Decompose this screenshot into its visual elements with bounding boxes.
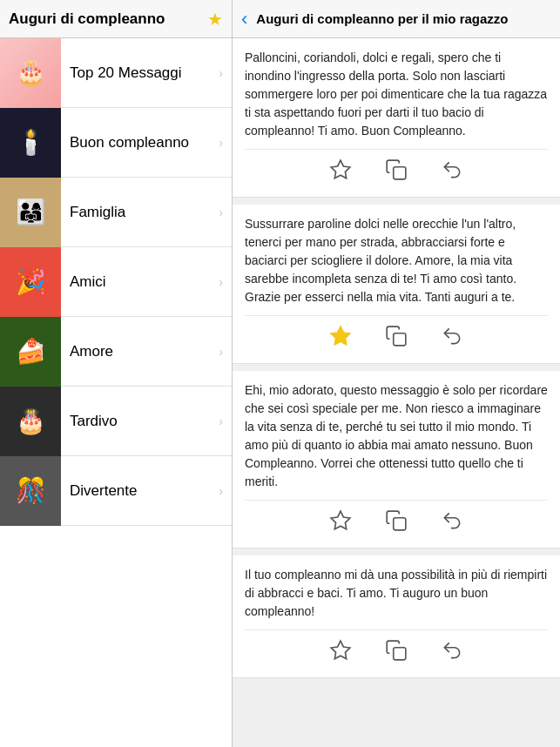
thumbnail-icon-amici: 🎉: [16, 267, 46, 296]
message-text-3: Ehi, mio adorato, questo messaggio è sol…: [245, 381, 548, 491]
share-button-4[interactable]: [437, 636, 467, 665]
copy-button-2[interactable]: [381, 321, 411, 351]
chevron-icon-tardivo: ›: [219, 414, 223, 428]
thumbnail-icon-tardivo: 🎂: [16, 407, 46, 435]
sidebar-thumb-amore: 🍰: [0, 317, 61, 387]
star-button-1[interactable]: [326, 155, 355, 185]
thumbnail-icon-famiglia: 👨‍👩‍👧: [16, 198, 46, 226]
thumbnail-icon-divertente: 🎊: [16, 476, 46, 505]
svg-rect-1: [394, 167, 406, 179]
sidebar-label-amore: Amore: [61, 343, 219, 360]
header-left: Auguri di compleanno ★: [0, 0, 233, 37]
message-actions-1: [245, 149, 548, 190]
header-right: ‹ Auguri di compleanno per il mio ragazz…: [233, 0, 560, 37]
copy-button-3[interactable]: [381, 506, 411, 535]
sidebar-item-amici[interactable]: 🎉Amici›: [0, 247, 232, 317]
back-button[interactable]: ‹: [241, 8, 247, 30]
star-button-4[interactable]: [326, 636, 355, 665]
sidebar-label-top20: Top 20 Messaggi: [61, 64, 219, 82]
app-header: Auguri di compleanno ★ ‹ Auguri di compl…: [0, 0, 560, 38]
message-actions-4: [245, 629, 548, 670]
chevron-icon-top20: ›: [219, 66, 223, 80]
header-star-icon: ★: [207, 9, 223, 30]
svg-rect-3: [394, 333, 406, 346]
chevron-icon-amore: ›: [219, 345, 223, 359]
message-actions-3: [245, 500, 548, 541]
message-card-2: Sussurrare paroline dolci nelle orecchie…: [233, 205, 560, 364]
sidebar-item-tardivo[interactable]: 🎂Tardivo›: [0, 387, 232, 456]
copy-button-1[interactable]: [381, 155, 411, 185]
sidebar-item-buon[interactable]: 🕯️Buon compleanno›: [0, 108, 232, 178]
main-layout: 🎂Top 20 Messaggi›🕯️Buon compleanno›👨‍👩‍👧…: [0, 38, 560, 747]
sidebar-item-divertente[interactable]: 🎊Divertente›: [0, 456, 232, 526]
sidebar-item-famiglia[interactable]: 👨‍👩‍👧Famiglia›: [0, 178, 232, 247]
thumbnail-icon-top20: 🎂: [16, 58, 46, 87]
share-button-2[interactable]: [437, 321, 467, 351]
sidebar-item-amore[interactable]: 🍰Amore›: [0, 317, 232, 387]
sidebar-label-tardivo: Tardivo: [61, 413, 219, 430]
chevron-icon-divertente: ›: [219, 484, 223, 498]
content-panel: Palloncini, coriandoli, dolci e regali, …: [233, 38, 560, 747]
sidebar-thumb-famiglia: 👨‍👩‍👧: [0, 178, 61, 247]
sidebar-label-famiglia: Famiglia: [61, 204, 219, 221]
sidebar-label-buon: Buon compleanno: [61, 134, 219, 151]
sidebar-thumb-amici: 🎉: [0, 247, 61, 317]
thumbnail-icon-buon: 🕯️: [16, 128, 46, 157]
star-button-3[interactable]: [326, 506, 355, 535]
sidebar: 🎂Top 20 Messaggi›🕯️Buon compleanno›👨‍👩‍👧…: [0, 38, 233, 747]
sidebar-label-divertente: Divertente: [61, 482, 219, 500]
chevron-icon-buon: ›: [219, 136, 223, 150]
svg-rect-5: [394, 518, 406, 530]
chevron-icon-amici: ›: [219, 275, 223, 289]
svg-marker-4: [331, 511, 350, 529]
svg-rect-7: [394, 648, 406, 660]
sidebar-thumb-tardivo: 🎂: [0, 387, 61, 456]
message-card-3: Ehi, mio adorato, questo messaggio è sol…: [233, 371, 560, 548]
sidebar-title: Auguri di compleanno: [9, 10, 202, 28]
share-button-3[interactable]: [437, 506, 467, 535]
message-card-4: Il tuo compleanno mi dà una possibilità …: [233, 555, 560, 678]
sidebar-thumb-buon: 🕯️: [0, 108, 61, 178]
page-title: Auguri di compleanno per il mio ragazzo: [256, 11, 508, 26]
svg-marker-2: [331, 326, 350, 345]
sidebar-item-top20[interactable]: 🎂Top 20 Messaggi›: [0, 38, 232, 108]
message-text-2: Sussurrare paroline dolci nelle orecchie…: [245, 215, 548, 306]
svg-marker-6: [331, 641, 350, 659]
message-text-4: Il tuo compleanno mi dà una possibilità …: [245, 566, 548, 621]
thumbnail-icon-amore: 🍰: [16, 337, 46, 366]
svg-marker-0: [331, 160, 350, 178]
sidebar-thumb-top20: 🎂: [0, 38, 61, 108]
message-actions-2: [245, 315, 548, 356]
message-card-1: Palloncini, coriandoli, dolci e regali, …: [233, 38, 560, 198]
star-button-2[interactable]: [326, 321, 355, 351]
copy-button-4[interactable]: [381, 636, 411, 665]
share-button-1[interactable]: [437, 155, 467, 185]
chevron-icon-famiglia: ›: [219, 205, 223, 219]
sidebar-thumb-divertente: 🎊: [0, 456, 61, 526]
sidebar-label-amici: Amici: [61, 273, 219, 291]
message-text-1: Palloncini, coriandoli, dolci e regali, …: [245, 49, 548, 140]
